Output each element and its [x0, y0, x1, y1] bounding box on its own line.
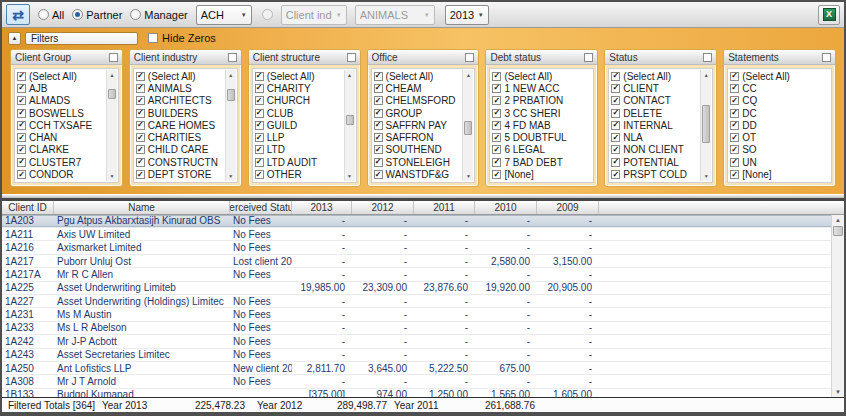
filter-item-saffrn-pay[interactable]: ✓SAFFRN PAY — [374, 119, 462, 131]
filter-item-5-doubtful[interactable]: ✓5 DOUBTFUL — [492, 131, 591, 143]
table-row[interactable]: 1B133Budqol Kumapad[375.00]974.001,250.0… — [2, 389, 844, 397]
list-scrollbar[interactable]: ▲▼ — [700, 70, 711, 181]
scrollbar-thumb[interactable] — [702, 105, 710, 143]
scroll-up-icon[interactable]: ▲ — [701, 70, 711, 79]
table-row[interactable]: 1A217Puborr Unluj OstLost client 2011---… — [2, 255, 844, 268]
list-scrollbar[interactable]: ▲▼ — [344, 70, 355, 181]
filter-item-other[interactable]: ✓OTHER — [255, 168, 343, 180]
table-row[interactable]: 1A308Mr J T ArnoldNo Fees----- — [2, 375, 844, 388]
filter-item-select-all[interactable]: ✓(Select All) — [255, 70, 343, 82]
filter-item-select-all[interactable]: ✓(Select All) — [611, 70, 699, 82]
checkbox-checked-icon[interactable]: ✓ — [730, 96, 739, 105]
checkbox-checked-icon[interactable]: ✓ — [492, 121, 501, 130]
scroll-up-icon[interactable]: ▲ — [107, 70, 117, 79]
checkbox-checked-icon[interactable]: ✓ — [17, 72, 26, 81]
filter-item-select-all[interactable]: ✓(Select All) — [492, 70, 591, 82]
checkbox-checked-icon[interactable]: ✓ — [17, 145, 26, 154]
checkbox-checked-icon[interactable]: ✓ — [255, 84, 264, 93]
checkbox-checked-icon[interactable]: ✓ — [136, 133, 145, 142]
hide-zeros-toggle[interactable]: Hide Zeros — [148, 32, 216, 44]
filter-item-none[interactable]: ✓[None] — [730, 168, 829, 180]
checkbox-checked-icon[interactable]: ✓ — [374, 133, 383, 142]
filter-item-ltd[interactable]: ✓LTD — [255, 144, 343, 156]
checkbox-checked-icon[interactable]: ✓ — [611, 121, 620, 130]
checkbox-checked-icon[interactable]: ✓ — [374, 170, 383, 179]
checkbox-checked-icon[interactable]: ✓ — [255, 145, 264, 154]
filter-item-almads[interactable]: ✓ALMADS — [17, 95, 105, 107]
checkbox-checked-icon[interactable]: ✓ — [374, 72, 383, 81]
filter-item-none[interactable]: ✓[None] — [492, 168, 591, 180]
radio-manager[interactable]: Manager — [130, 9, 187, 21]
column-header-2010[interactable]: 2010 — [475, 201, 537, 214]
checkbox-checked-icon[interactable]: ✓ — [374, 96, 383, 105]
checkbox-checked-icon[interactable]: ✓ — [17, 121, 26, 130]
filter-item-cq[interactable]: ✓CQ — [730, 95, 829, 107]
filter-item-stoneleigh[interactable]: ✓STONELEIGH — [374, 156, 462, 168]
checkbox-checked-icon[interactable]: ✓ — [136, 121, 145, 130]
checkbox-checked-icon[interactable]: ✓ — [611, 72, 620, 81]
checkbox-checked-icon[interactable]: ✓ — [255, 158, 264, 167]
table-row[interactable]: 1A203Pgu Atpus Akbarxtasijh Kinurad OBSN… — [2, 215, 844, 228]
table-row[interactable]: 1A225Asset Underwriting Limiteb19,985.00… — [2, 282, 844, 295]
checkbox-checked-icon[interactable]: ✓ — [255, 170, 264, 179]
checkbox-checked-icon[interactable]: ✓ — [136, 145, 145, 154]
table-row[interactable]: 1A250Ant Lofistics LLPNew client 20102,8… — [2, 362, 844, 375]
filter-item-dc[interactable]: ✓DC — [730, 107, 829, 119]
filter-item-dept-store[interactable]: ✓DEPT STORE — [136, 168, 224, 180]
scroll-up-icon[interactable]: ▲ — [226, 70, 236, 79]
filter-item-cch-txsafe[interactable]: ✓CCH TXSAFE — [17, 119, 105, 131]
filter-item-child-care[interactable]: ✓CHILD CARE — [136, 144, 224, 156]
checkbox-checked-icon[interactable]: ✓ — [374, 145, 383, 154]
grid-scrollbar[interactable]: ▲ ▼ — [831, 215, 844, 397]
filter-item-builders[interactable]: ✓BUILDERS — [136, 107, 224, 119]
checkbox-checked-icon[interactable]: ✓ — [492, 133, 501, 142]
scroll-up-icon[interactable]: ▲ — [345, 70, 355, 79]
filter-item-select-all[interactable]: ✓(Select All) — [136, 70, 224, 82]
export-excel-button[interactable]: X — [818, 5, 840, 25]
scrollbar-thumb[interactable] — [464, 121, 472, 135]
checkbox-checked-icon[interactable]: ✓ — [255, 121, 264, 130]
column-header-2009[interactable]: 2009 — [537, 201, 599, 214]
checkbox-checked-icon[interactable]: ✓ — [492, 96, 501, 105]
filter-item-client[interactable]: ✓CLIENT — [611, 82, 699, 94]
checkbox-checked-icon[interactable]: ✓ — [374, 84, 383, 93]
filter-item-ot[interactable]: ✓OT — [730, 131, 829, 143]
checkbox-checked-icon[interactable]: ✓ — [255, 109, 264, 118]
filter-item-prspt-cold[interactable]: ✓PRSPT COLD — [611, 168, 699, 180]
checkbox-checked-icon[interactable]: ✓ — [611, 158, 620, 167]
filter-item-saffron[interactable]: ✓SAFFRON — [374, 131, 462, 143]
checkbox-checked-icon[interactable]: ✓ — [136, 158, 145, 167]
filter-item-non-client[interactable]: ✓NON CLIENT — [611, 144, 699, 156]
table-row[interactable]: 1A231Ms M AustinNo Fees----- — [2, 308, 844, 321]
filter-item-potential[interactable]: ✓POTENTIAL — [611, 156, 699, 168]
checkbox-checked-icon[interactable]: ✓ — [17, 84, 26, 93]
filter-item-2-prbation[interactable]: ✓2 PRBATION — [492, 95, 591, 107]
checkbox-checked-icon[interactable]: ✓ — [17, 96, 26, 105]
checkbox-checked-icon[interactable]: ✓ — [492, 109, 501, 118]
filter-item-boswells[interactable]: ✓BOSWELLS — [17, 107, 105, 119]
checkbox-checked-icon[interactable]: ✓ — [730, 109, 739, 118]
checkbox-checked-icon[interactable]: ✓ — [492, 145, 501, 154]
checkbox-checked-icon[interactable]: ✓ — [611, 133, 620, 142]
table-row[interactable]: 1A211Axis UW LimitedNo Fees----- — [2, 228, 844, 241]
table-row[interactable]: 1A216Axismarket LimitedNo Fees----- — [2, 241, 844, 254]
scrollbar-thumb[interactable] — [833, 226, 843, 236]
filter-item-ajb[interactable]: ✓AJB — [17, 82, 105, 94]
table-row[interactable]: 1A227Asset Underwriting (Holdings) Limit… — [2, 295, 844, 308]
filter-item-un[interactable]: ✓UN — [730, 156, 829, 168]
filter-item-internal[interactable]: ✓INTERNAL — [611, 119, 699, 131]
checkbox-checked-icon[interactable]: ✓ — [374, 121, 383, 130]
filter-item-charities[interactable]: ✓CHARITIES — [136, 131, 224, 143]
checkbox-checked-icon[interactable]: ✓ — [730, 133, 739, 142]
radio-partner[interactable]: Partner — [72, 9, 122, 21]
checkbox-checked-icon[interactable]: ✓ — [136, 72, 145, 81]
checkbox-checked-icon[interactable]: ✓ — [730, 121, 739, 130]
filter-item-7-bad-debt[interactable]: ✓7 BAD DEBT — [492, 156, 591, 168]
filter-item-animals[interactable]: ✓ANIMALS — [136, 82, 224, 94]
filter-item-chan[interactable]: ✓CHAN — [17, 131, 105, 143]
checkbox-checked-icon[interactable]: ✓ — [374, 109, 383, 118]
scroll-down-icon[interactable]: ▼ — [226, 172, 236, 181]
filter-item-club[interactable]: ✓CLUB — [255, 107, 343, 119]
checkbox-checked-icon[interactable]: ✓ — [611, 170, 620, 179]
checkbox-checked-icon[interactable]: ✓ — [374, 158, 383, 167]
